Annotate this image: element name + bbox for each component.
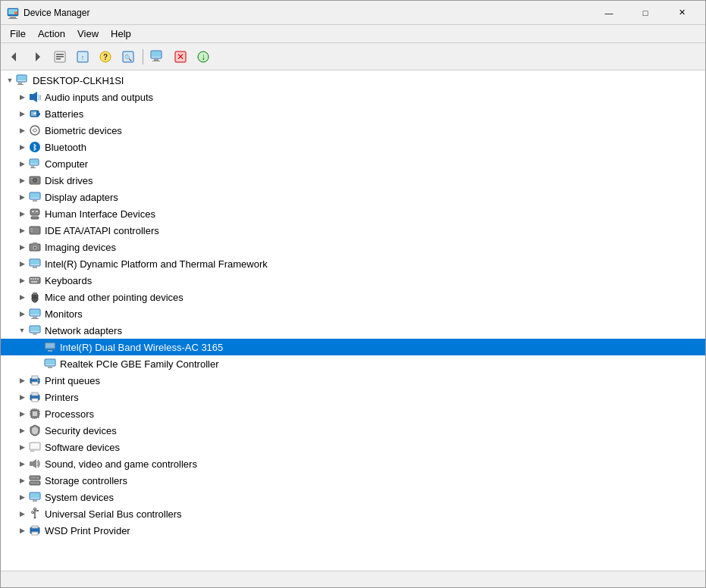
- tree-item-software[interactable]: ▶ Software devices: [1, 439, 705, 455]
- security-expander[interactable]: ▶: [16, 424, 28, 436]
- update-driver-button[interactable]: ↑: [72, 47, 93, 67]
- close-button[interactable]: ✕: [664, 3, 699, 23]
- monitors-expander[interactable]: ▶: [16, 308, 28, 320]
- network-expander[interactable]: ▼: [16, 324, 28, 336]
- print-queues-label: Print queues: [45, 375, 100, 386]
- svg-rect-43: [30, 167, 36, 168]
- tree-item-usb[interactable]: ▶ Universal Serial Bus controllers: [1, 505, 705, 522]
- minimize-button[interactable]: —: [591, 3, 626, 23]
- tree-item-hid[interactable]: ▶ Human Interface Devices: [1, 205, 705, 222]
- menu-view[interactable]: View: [71, 27, 105, 41]
- imaging-icon: [28, 240, 42, 254]
- imaging-expander[interactable]: ▶: [16, 241, 28, 253]
- tree-item-imaging[interactable]: ▶ Imaging devices: [1, 239, 705, 255]
- tree-item-storage[interactable]: ▶ Storage controllers: [1, 472, 705, 489]
- scan-button[interactable]: 🔍: [118, 47, 139, 67]
- computer-icon-button[interactable]: [147, 47, 168, 67]
- svg-rect-78: [33, 317, 37, 318]
- disk-icon: [28, 174, 42, 187]
- batteries-expander[interactable]: ▶: [16, 108, 28, 120]
- svg-rect-123: [30, 493, 39, 498]
- menu-help[interactable]: Help: [105, 27, 137, 41]
- svg-rect-28: [18, 83, 22, 84]
- printers-label: Printers: [45, 392, 79, 403]
- processors-expander[interactable]: ▶: [16, 408, 28, 420]
- svg-rect-1: [10, 17, 16, 18]
- svg-rect-2: [8, 18, 17, 19]
- tree-item-printers[interactable]: ▶ Printers: [1, 389, 705, 405]
- wsd-expander[interactable]: ▶: [16, 524, 28, 536]
- storage-expander[interactable]: ▶: [16, 474, 28, 486]
- tree-item-security[interactable]: ▶ Security devices: [1, 422, 705, 439]
- keyboards-label: Keyboards: [45, 275, 92, 286]
- tree-root[interactable]: ▼ DESKTOP-CLKH1SI: [1, 72, 705, 89]
- svg-text:↑: ↑: [81, 54, 85, 61]
- tree-item-network[interactable]: ▼ Network adapters: [1, 322, 705, 339]
- svg-rect-85: [45, 343, 55, 348]
- maximize-button[interactable]: □: [628, 3, 663, 23]
- properties-button[interactable]: [49, 47, 71, 67]
- tree-item-ide[interactable]: ▶ IDE ATA/ATAPI controllers: [1, 222, 705, 239]
- svg-rect-81: [30, 327, 39, 331]
- tree-item-batteries[interactable]: ▶ + Batteries: [1, 105, 705, 122]
- system-expander[interactable]: ▶: [16, 491, 28, 503]
- bluetooth-expander[interactable]: ▶: [16, 141, 28, 153]
- help-button[interactable]: ?: [95, 47, 116, 67]
- svg-point-61: [34, 247, 36, 249]
- tree-item-sound[interactable]: ▶ Sound, video and game controllers: [1, 455, 705, 472]
- usb-expander[interactable]: ▶: [16, 508, 28, 520]
- tree-item-disk[interactable]: ▶ Disk drives: [1, 172, 705, 189]
- menu-action[interactable]: Action: [32, 27, 71, 41]
- tree-item-monitors[interactable]: ▶ Monitors: [1, 305, 705, 322]
- tree-item-print-queues[interactable]: ▶ Print queues: [1, 372, 705, 389]
- display-expander[interactable]: ▶: [16, 191, 28, 203]
- tree-item-intel-wifi[interactable]: ▶ Intel(R) Dual Band Wireless-AC 3165: [1, 339, 705, 355]
- tree-item-processors[interactable]: ▶ Proces: [1, 405, 705, 422]
- svg-rect-124: [33, 500, 37, 502]
- back-button[interactable]: [4, 47, 25, 67]
- tree-item-computer[interactable]: ▶ Computer: [1, 155, 705, 172]
- ide-expander[interactable]: ▶: [16, 224, 28, 236]
- svg-rect-11: [56, 58, 61, 60]
- tree-item-biometric[interactable]: ▶ Biometric devices: [1, 122, 705, 139]
- biometric-expander[interactable]: ▶: [16, 124, 28, 136]
- printers-expander[interactable]: ▶: [16, 391, 28, 403]
- disk-expander[interactable]: ▶: [16, 174, 28, 186]
- tree-item-intel-platform[interactable]: ▶ Intel(R) Dynamic Platform and Thermal …: [1, 255, 705, 272]
- ide-icon: [28, 224, 42, 237]
- tree-item-mice[interactable]: ▶ Mice and other pointing devices: [1, 289, 705, 305]
- hid-icon: [28, 207, 42, 220]
- svg-rect-101: [30, 414, 31, 415]
- tree-item-bluetooth[interactable]: ▶ ᛒ Bluetooth: [1, 139, 705, 155]
- disable-button[interactable]: ✕: [170, 47, 191, 67]
- tree-item-display[interactable]: ▶ Display adapters: [1, 189, 705, 205]
- tree-item-audio[interactable]: ▶ )))) Audio inputs and outputs: [1, 89, 705, 105]
- tree-item-keyboards[interactable]: ▶ Keyboards: [1, 272, 705, 289]
- svg-rect-65: [33, 267, 37, 268]
- menu-file[interactable]: File: [4, 27, 32, 41]
- tree-item-wsd[interactable]: ▶ WSD Print Provider: [1, 522, 705, 539]
- install-button[interactable]: ↓: [193, 47, 214, 67]
- tree-item-system[interactable]: ▶ System devices: [1, 489, 705, 505]
- sound-expander[interactable]: ▶: [16, 458, 28, 470]
- toolbar: ↑ ? 🔍 ✕: [1, 43, 705, 70]
- computer-expander[interactable]: ▶: [16, 158, 28, 170]
- print-queues-expander[interactable]: ▶: [16, 374, 28, 386]
- svg-rect-20: [154, 59, 158, 61]
- audio-expander[interactable]: ▶: [16, 91, 28, 103]
- biometric-icon: [28, 124, 42, 137]
- keyboards-expander[interactable]: ▶: [16, 274, 28, 286]
- svg-rect-54: [36, 211, 38, 212]
- batteries-label: Batteries: [45, 108, 83, 120]
- root-expander[interactable]: ▼: [4, 74, 16, 86]
- software-expander[interactable]: ▶: [16, 441, 28, 453]
- tree-item-realtek[interactable]: ▶ Realtek PCIe GBE Family Controller: [1, 355, 705, 372]
- intel-platform-expander[interactable]: ▶: [16, 258, 28, 270]
- forward-button[interactable]: [27, 47, 48, 67]
- system-icon: [28, 490, 42, 504]
- device-tree[interactable]: ▼ DESKTOP-CLKH1SI ▶ )))) A: [1, 70, 705, 571]
- hid-expander[interactable]: ▶: [16, 208, 28, 220]
- usb-icon: [28, 507, 42, 521]
- svg-rect-68: [33, 278, 34, 280]
- mice-expander[interactable]: ▶: [16, 291, 28, 303]
